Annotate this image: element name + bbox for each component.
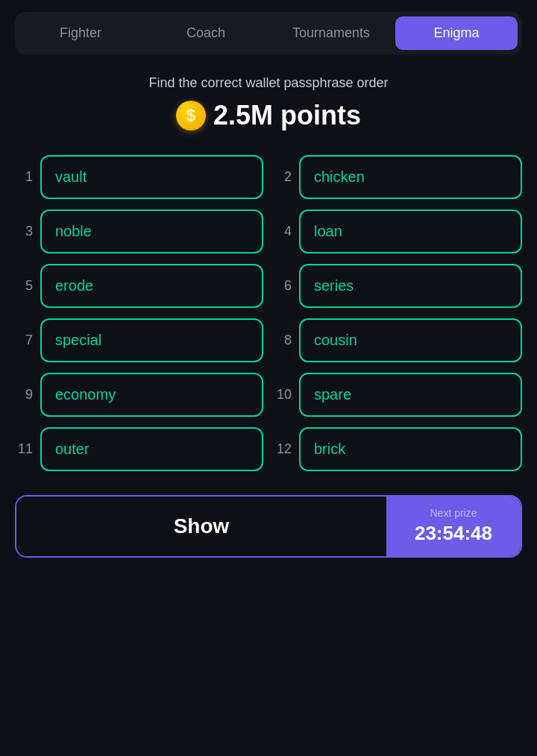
word-row-8: 8 cousin — [274, 318, 522, 362]
subtitle: Find the correct wallet passphrase order — [148, 75, 388, 91]
prize-row: $ 2.5M points — [176, 100, 361, 131]
word-box-1[interactable]: vault — [40, 155, 263, 199]
coin-icon: $ — [176, 101, 206, 130]
tab-coach[interactable]: Coach — [145, 16, 267, 50]
word-box-11[interactable]: outer — [40, 427, 263, 471]
words-grid: 1 vault 2 chicken 3 noble 4 loan 5 erode… — [15, 155, 522, 471]
word-box-3[interactable]: noble — [40, 210, 263, 253]
word-row-4: 4 loan — [274, 210, 522, 253]
show-button[interactable]: Show — [16, 497, 386, 556]
word-box-5[interactable]: erode — [40, 264, 263, 308]
word-box-12[interactable]: brick — [299, 427, 522, 471]
word-row-5: 5 erode — [15, 264, 263, 308]
word-row-7: 7 special — [15, 318, 263, 362]
word-number-4: 4 — [274, 224, 292, 239]
word-row-6: 6 series — [274, 264, 522, 308]
word-number-12: 12 — [274, 441, 292, 457]
word-number-2: 2 — [274, 169, 292, 185]
word-number-6: 6 — [274, 278, 292, 294]
word-box-10[interactable]: spare — [299, 373, 522, 417]
word-number-9: 9 — [15, 387, 33, 403]
tab-fighter[interactable]: Fighter — [19, 16, 142, 50]
word-number-11: 11 — [15, 441, 33, 457]
tab-enigma[interactable]: Enigma — [395, 16, 518, 50]
word-row-1: 1 vault — [15, 155, 263, 199]
word-box-7[interactable]: special — [40, 318, 263, 362]
word-box-9[interactable]: economy — [40, 373, 263, 417]
word-row-11: 11 outer — [15, 427, 263, 471]
word-number-3: 3 — [15, 224, 33, 239]
word-row-10: 10 spare — [274, 373, 522, 417]
word-number-1: 1 — [15, 169, 33, 185]
tab-tournaments[interactable]: Tournaments — [270, 16, 392, 50]
word-number-8: 8 — [274, 333, 292, 348]
word-number-5: 5 — [15, 278, 33, 294]
tab-bar: Fighter Coach Tournaments Enigma — [15, 12, 522, 54]
word-box-4[interactable]: loan — [299, 210, 522, 253]
word-row-3: 3 noble — [15, 210, 263, 253]
word-row-12: 12 brick — [274, 427, 522, 471]
word-row-2: 2 chicken — [274, 155, 522, 199]
word-number-7: 7 — [15, 333, 33, 348]
next-prize-label: Next prize — [404, 507, 503, 519]
word-box-8[interactable]: cousin — [299, 318, 522, 362]
next-prize-panel: Next prize 23:54:48 — [386, 497, 521, 556]
bottom-bar: Show Next prize 23:54:48 — [15, 495, 522, 558]
word-number-10: 10 — [274, 387, 292, 403]
word-row-9: 9 economy — [15, 373, 263, 417]
next-prize-timer: 23:54:48 — [404, 522, 503, 545]
word-box-6[interactable]: series — [299, 264, 522, 308]
word-box-2[interactable]: chicken — [299, 155, 522, 199]
prize-amount: 2.5M points — [213, 100, 361, 131]
